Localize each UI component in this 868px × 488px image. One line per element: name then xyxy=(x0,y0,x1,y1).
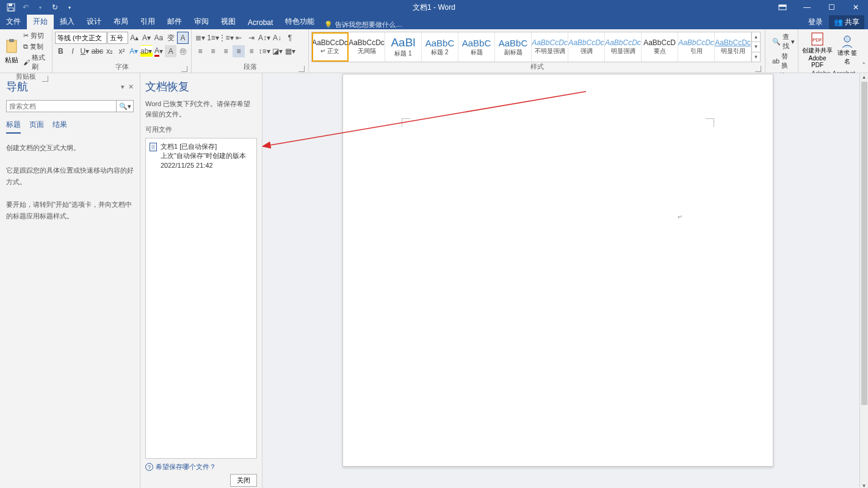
style-不明显强调[interactable]: AaBbCcDc不明显强调 xyxy=(532,32,568,62)
create-pdf-button[interactable]: PDF 创建并共享 Adobe PDF xyxy=(801,30,834,70)
tab-home[interactable]: 开始 xyxy=(27,14,54,29)
justify-icon[interactable]: ≡ xyxy=(233,45,245,57)
copy-button[interactable]: ⧉复制 xyxy=(21,41,49,52)
bold-icon[interactable]: B xyxy=(55,45,67,57)
decrease-indent-icon[interactable]: ⇤ xyxy=(233,32,245,44)
distributed-icon[interactable]: ≡ xyxy=(245,45,258,57)
styles-scroll-up-icon[interactable]: ▲ xyxy=(752,32,760,41)
superscript-icon[interactable]: x² xyxy=(116,45,128,57)
ribbon-display-options-icon[interactable] xyxy=(770,0,795,15)
paragraph-dialog-launcher[interactable] xyxy=(298,66,305,72)
style-标题[interactable]: AaBbC标题 xyxy=(458,32,495,62)
styles-more-icon[interactable]: ▼ xyxy=(752,52,760,62)
scroll-down-icon[interactable]: ▼ xyxy=(860,482,868,488)
replace-button[interactable]: ab替换 xyxy=(770,51,797,71)
shading-icon[interactable]: ◪▾ xyxy=(271,45,283,57)
font-dialog-launcher[interactable] xyxy=(181,66,187,72)
font-color-icon[interactable]: A▾ xyxy=(153,45,165,57)
paste-button[interactable]: 粘贴 xyxy=(2,30,20,72)
share-button[interactable]: 👥 共享 xyxy=(829,15,864,29)
style-标题 1[interactable]: AaBl标题 1 xyxy=(385,32,422,62)
scroll-thumb[interactable] xyxy=(861,82,867,405)
subscript-icon[interactable]: x₂ xyxy=(104,45,115,57)
change-case-icon[interactable]: Aa xyxy=(153,32,165,44)
request-signature-button[interactable]: 请求 签名 xyxy=(834,30,861,70)
font-name-combobox[interactable]: 等线 (中文正文 xyxy=(55,32,107,44)
maximize-icon[interactable]: ☐ xyxy=(819,0,844,15)
strikethrough-icon[interactable]: abc xyxy=(91,45,103,57)
styles-scroll-down-icon[interactable]: ▼ xyxy=(752,41,760,51)
text-effects-icon[interactable]: A▾ xyxy=(128,45,140,57)
multilevel-list-icon[interactable]: ⋮≡▾ xyxy=(220,32,232,44)
style-副标题[interactable]: AaBbC副标题 xyxy=(495,32,532,62)
styles-dialog-launcher[interactable] xyxy=(755,66,761,72)
sort-icon[interactable]: A↓ xyxy=(271,32,283,44)
close-icon[interactable]: ✕ xyxy=(844,0,868,15)
phonetic-guide-icon[interactable]: 变 xyxy=(165,32,176,44)
tab-insert[interactable]: 插入 xyxy=(54,14,81,29)
underline-icon[interactable]: U▾ xyxy=(79,45,91,57)
save-icon[interactable] xyxy=(5,1,17,13)
cut-button[interactable]: ✂剪切 xyxy=(21,30,49,41)
minimize-icon[interactable]: — xyxy=(795,0,819,15)
tab-features[interactable]: 特色功能 xyxy=(279,14,320,29)
asian-layout-icon[interactable]: A↕▾ xyxy=(258,32,270,44)
style-正文[interactable]: AaBbCcDc↵ 正文 xyxy=(312,32,349,62)
font-size-combobox[interactable]: 五号 xyxy=(107,32,128,44)
nav-tab-headings[interactable]: 标题 xyxy=(6,120,21,134)
shrink-font-icon[interactable]: A▾ xyxy=(141,32,153,44)
tab-layout[interactable]: 布局 xyxy=(107,14,134,29)
collapse-ribbon-icon[interactable]: ˄ xyxy=(862,62,866,70)
tell-me[interactable]: 💡 告诉我您想要做什么… xyxy=(324,20,402,29)
login-button[interactable]: 登录 xyxy=(803,15,828,29)
nav-tab-results[interactable]: 结果 xyxy=(52,120,67,134)
borders-icon[interactable]: ▦▾ xyxy=(284,45,296,57)
line-spacing-icon[interactable]: ↕≡▾ xyxy=(258,45,270,57)
recovery-close-button[interactable]: 关闭 xyxy=(230,474,257,487)
italic-icon[interactable]: I xyxy=(67,45,79,57)
tab-design[interactable]: 设计 xyxy=(81,14,107,29)
show-marks-icon[interactable]: ¶ xyxy=(284,32,296,44)
increase-indent-icon[interactable]: ⇥ xyxy=(245,32,258,44)
nav-close-icon[interactable]: ✕ xyxy=(128,83,134,91)
tab-references[interactable]: 引用 xyxy=(134,14,161,29)
style-明显强调[interactable]: AaBbCcDc明显强调 xyxy=(605,32,642,62)
nav-dropdown-icon[interactable]: ▾ xyxy=(121,83,125,91)
char-border-icon[interactable]: A xyxy=(177,32,189,44)
clipboard-dialog-launcher[interactable] xyxy=(42,76,48,82)
highlight-icon[interactable]: ab▾ xyxy=(140,45,153,57)
undo-dropdown-icon[interactable]: ▾ xyxy=(34,1,46,13)
grow-font-icon[interactable]: A▴ xyxy=(129,32,140,44)
tab-acrobat[interactable]: Acrobat xyxy=(242,16,279,29)
style-无间隔[interactable]: AaBbCcDc无间隔 xyxy=(349,32,385,62)
scroll-up-icon[interactable]: ▲ xyxy=(860,73,868,82)
vertical-scrollbar[interactable]: ▲ ▼ xyxy=(859,73,868,488)
style-强调[interactable]: AaBbCcDc强调 xyxy=(568,32,605,62)
undo-icon[interactable]: ↶ xyxy=(20,1,32,13)
styles-gallery[interactable]: AaBbCcDc↵ 正文AaBbCcDc无间隔AaBl标题 1AaBbC标题 2… xyxy=(311,32,761,62)
style-标题 2[interactable]: AaBbC标题 2 xyxy=(422,32,458,62)
tab-review[interactable]: 审阅 xyxy=(188,14,215,29)
recovery-item[interactable]: 文档1 [已自动保存] 上次"自动保存"时创建的版本 2022/11/25 21… xyxy=(148,141,254,171)
find-button[interactable]: 🔍查找▾ xyxy=(770,32,797,51)
numbering-icon[interactable]: 1≡▾ xyxy=(207,32,219,44)
tab-mailings[interactable]: 邮件 xyxy=(161,14,188,29)
bullets-icon[interactable]: ≣▾ xyxy=(194,32,206,44)
redo-icon[interactable]: ↻ xyxy=(49,1,61,13)
char-shading-icon[interactable]: A xyxy=(165,45,176,57)
align-left-icon[interactable]: ≡ xyxy=(194,45,206,57)
tab-view[interactable]: 视图 xyxy=(215,14,242,29)
style-要点[interactable]: AaBbCcD要点 xyxy=(642,32,678,62)
tab-file[interactable]: 文件 xyxy=(0,14,27,29)
nav-search-button[interactable]: 🔍▾ xyxy=(116,101,133,112)
enclose-char-icon[interactable]: ㊞ xyxy=(177,45,189,57)
style-引用[interactable]: AaBbCcDc引用 xyxy=(678,32,715,62)
style-明显引用[interactable]: AaBbCcDc明显引用 xyxy=(715,32,751,62)
nav-tab-pages[interactable]: 页面 xyxy=(29,120,44,134)
align-right-icon[interactable]: ≡ xyxy=(220,45,232,57)
qat-customize-icon[interactable]: ▾ xyxy=(63,1,76,13)
document-page[interactable] xyxy=(342,74,773,467)
recovery-help-link[interactable]: ? 希望保存哪个文件？ xyxy=(145,462,257,472)
align-center-icon[interactable]: ≡ xyxy=(207,45,219,57)
nav-search-input[interactable] xyxy=(7,101,116,112)
